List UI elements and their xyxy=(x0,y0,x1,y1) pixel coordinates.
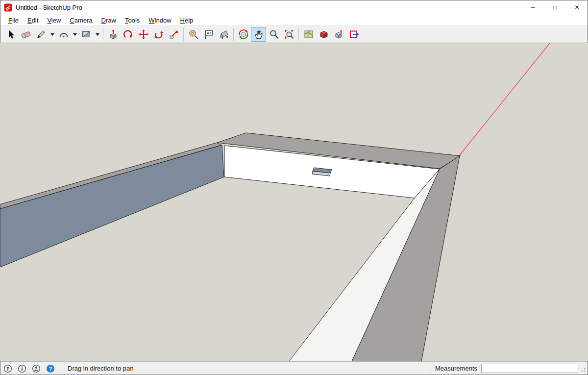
help-icon[interactable]: ? xyxy=(46,364,55,374)
line-tool-button[interactable] xyxy=(33,27,49,42)
arc-tool-button[interactable] xyxy=(56,27,71,42)
menu-draw[interactable]: Draw xyxy=(97,16,121,25)
dimension-text-tool-button[interactable]: A1 xyxy=(201,27,216,42)
pan-hand-icon xyxy=(253,29,264,40)
orbit-icon xyxy=(238,29,249,40)
get-models-tool-button[interactable] xyxy=(316,27,331,42)
paint-bucket-tool-button[interactable] xyxy=(216,27,231,42)
sign-in-user-icon[interactable] xyxy=(31,364,41,374)
orbit-tool-button[interactable] xyxy=(236,27,251,42)
toolbar-separator xyxy=(298,28,299,41)
zoom-tool-button[interactable] xyxy=(266,27,281,42)
svg-text:?: ? xyxy=(49,366,52,372)
paint-bucket-icon xyxy=(219,29,229,40)
warehouse-cube-icon xyxy=(318,29,329,40)
window-title: Untitled - SketchUp Pro xyxy=(16,4,82,11)
status-bar: ? Drag in direction to pan Measurements xyxy=(0,361,588,375)
arc-icon xyxy=(58,29,69,40)
zoom-icon xyxy=(269,29,279,40)
status-message: Drag in direction to pan xyxy=(68,365,133,372)
menu-help[interactable]: Help xyxy=(176,16,198,25)
toolbar-separator xyxy=(183,28,184,41)
select-arrow-icon xyxy=(5,29,16,40)
zoom-extents-tool-button[interactable] xyxy=(281,27,296,42)
eraser-icon xyxy=(21,29,31,40)
measurements-label: Measurements xyxy=(435,365,477,372)
add-location-icon xyxy=(303,29,314,40)
tape-measure-tool-button[interactable] xyxy=(186,27,201,42)
share-model-tool-button[interactable] xyxy=(331,27,346,42)
select-tool-button[interactable] xyxy=(3,27,18,42)
menu-camera[interactable]: Camera xyxy=(65,16,97,25)
move-icon xyxy=(138,29,149,40)
scale-tool-button[interactable] xyxy=(166,27,181,42)
rectangle-icon xyxy=(81,29,92,40)
follow-me-icon xyxy=(123,29,134,40)
push-pull-tool-button[interactable] xyxy=(105,27,121,42)
close-button[interactable]: ✕ xyxy=(566,0,588,15)
model-scene xyxy=(0,43,588,361)
chevron-down-icon xyxy=(73,33,77,38)
eraser-tool-button[interactable] xyxy=(18,27,33,42)
title-bar: Untitled - SketchUp Pro ─ □ ✕ xyxy=(0,0,588,15)
maximize-button[interactable]: □ xyxy=(544,0,566,15)
rotate-icon xyxy=(153,29,164,40)
pan-tool-button[interactable] xyxy=(251,27,266,42)
shapes-tool-button[interactable] xyxy=(78,27,94,42)
line-tool-dropdown[interactable] xyxy=(49,27,56,42)
rotate-tool-button[interactable] xyxy=(151,27,166,42)
push-pull-icon xyxy=(108,29,119,40)
menu-file[interactable]: File xyxy=(4,16,23,25)
sketchup-window: Untitled - SketchUp Pro ─ □ ✕ FileEditVi… xyxy=(0,0,588,375)
tape-measure-icon xyxy=(188,29,199,40)
menu-view[interactable]: View xyxy=(43,16,65,25)
send-to-layout-tool-button[interactable] xyxy=(346,27,362,42)
add-location-tool-button[interactable] xyxy=(301,27,316,42)
model-viewport[interactable] xyxy=(0,43,588,361)
main-toolbar: A1 xyxy=(0,25,588,43)
menu-tools[interactable]: Tools xyxy=(121,16,144,25)
toolbar-separator xyxy=(233,28,234,41)
chevron-down-icon xyxy=(50,33,54,38)
move-tool-button[interactable] xyxy=(136,27,151,42)
geolocation-status-icon[interactable] xyxy=(3,364,13,374)
send-to-layout-icon xyxy=(349,29,360,40)
menu-window[interactable]: Window xyxy=(144,16,175,25)
sketchup-logo xyxy=(4,3,12,12)
resize-grip[interactable] xyxy=(579,365,586,373)
chevron-down-icon xyxy=(96,33,99,38)
svg-text:A1: A1 xyxy=(207,31,211,35)
text-flag-icon: A1 xyxy=(203,29,214,40)
zoom-extents-icon xyxy=(284,29,294,40)
menu-edit[interactable]: Edit xyxy=(23,16,43,25)
follow-me-tool-button[interactable] xyxy=(121,27,136,42)
minimize-button[interactable]: ─ xyxy=(522,0,544,15)
scale-icon xyxy=(169,29,179,40)
pencil-icon xyxy=(36,29,47,40)
shapes-tool-dropdown[interactable] xyxy=(94,27,101,42)
arc-tool-dropdown[interactable] xyxy=(71,27,78,42)
share-model-icon xyxy=(334,29,344,40)
measurements-input[interactable] xyxy=(481,364,577,373)
menu-bar: FileEditViewCameraDrawToolsWindowHelp xyxy=(0,15,588,25)
statusbar-splitter[interactable] xyxy=(431,365,431,372)
toolbar-separator xyxy=(103,28,103,41)
credits-info-icon[interactable] xyxy=(17,364,27,374)
